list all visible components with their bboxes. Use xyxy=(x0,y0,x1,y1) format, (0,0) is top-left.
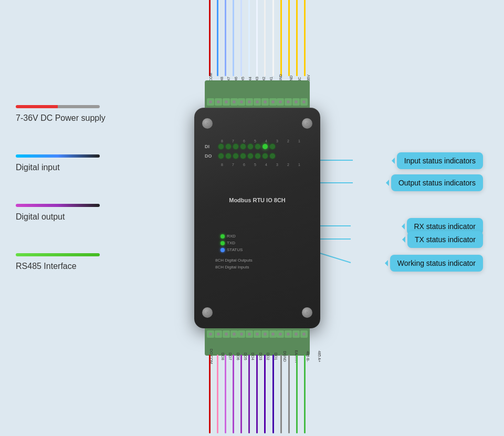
pin-2 xyxy=(215,98,222,106)
di-led-4 xyxy=(248,144,253,149)
wire-bot-6 xyxy=(248,355,250,433)
pin-3 xyxy=(223,98,230,106)
bot-pin-8 xyxy=(261,330,269,338)
wire-bot-2 xyxy=(217,355,218,433)
device-title-area: Modbus RTU IO 8CH xyxy=(205,197,310,211)
rxd-row: RXD xyxy=(205,234,310,238)
do-led-3 xyxy=(255,153,260,159)
bot-pin-6 xyxy=(246,330,253,338)
di-led-2 xyxy=(262,144,268,149)
wire-bot-3 xyxy=(225,355,226,433)
bot-pin-1 xyxy=(207,330,214,338)
di-led-6 xyxy=(233,144,238,149)
bot-pin-9 xyxy=(269,330,277,338)
legend-item-power: 7-36V DC Power supply xyxy=(16,105,106,123)
pin-13 xyxy=(300,98,308,106)
pin-10 xyxy=(277,98,284,106)
device-descriptions: 8CH Digital Outputs 8CH Digital Inputs xyxy=(205,257,310,271)
status-led xyxy=(220,248,225,252)
bot-label-485a: 485 A+ xyxy=(317,351,321,362)
pin-7 xyxy=(254,98,261,106)
wire-bot-10 xyxy=(280,355,282,433)
do-led-4 xyxy=(248,153,253,159)
txd-led xyxy=(220,241,225,245)
di-led-5 xyxy=(240,144,246,149)
di-num-6: 6 xyxy=(240,139,248,143)
bot-pin-10 xyxy=(277,330,284,338)
di-num-7: 7 xyxy=(229,139,237,143)
device-wrapper: DI COM DI8 DI7 DI6 DI5 DI4 DI3 DI2 DI1 D… xyxy=(194,108,320,328)
legend-bar-power xyxy=(16,105,100,108)
do-led-6 xyxy=(233,153,238,159)
di-num-4: 4 xyxy=(262,139,270,143)
do-num-1: 1 xyxy=(296,163,303,167)
status-row: STATUS xyxy=(205,247,310,252)
do-led-1 xyxy=(270,153,275,159)
do-num-5: 5 xyxy=(251,163,259,167)
bot-pin-5 xyxy=(238,330,245,338)
do-label: DO xyxy=(205,153,216,159)
callout-input-status: Input status indicators xyxy=(397,152,483,169)
pin-11 xyxy=(285,98,292,106)
txd-row: TXD xyxy=(205,241,310,245)
do-num-2: 2 xyxy=(285,163,292,167)
screw-bottom-left xyxy=(202,307,213,318)
bottom-wires xyxy=(206,355,309,436)
bot-pin-4 xyxy=(230,330,238,338)
legend-item-digital-output: Digital output xyxy=(16,204,106,222)
wire-bot-1 xyxy=(209,355,211,433)
pin-9 xyxy=(269,98,277,106)
legend-bar-digital-output xyxy=(16,204,100,207)
led-section: 8 7 6 5 4 3 2 1 DI xyxy=(205,139,310,167)
txd-text: TXD xyxy=(227,241,235,245)
wire-bot-11 xyxy=(288,355,290,433)
di-led-8 xyxy=(218,144,224,149)
wire-bot-7 xyxy=(256,355,258,433)
di-num-2: 2 xyxy=(285,139,292,143)
wire-bot-9 xyxy=(272,355,274,433)
do-num-4: 4 xyxy=(262,163,270,167)
callout-working-status: Working status indicator xyxy=(390,255,483,272)
legend-bar-rs485 xyxy=(16,253,100,256)
status-indicators-section: RXD TXD STATUS xyxy=(205,234,310,254)
screw-top-left xyxy=(202,118,213,129)
pin-1 xyxy=(207,98,214,106)
rxd-led xyxy=(220,234,225,238)
do-num-3: 3 xyxy=(274,163,281,167)
status-text: STATUS xyxy=(227,247,243,252)
do-led-2 xyxy=(262,153,268,159)
do-led-8 xyxy=(218,153,224,159)
terminal-bottom xyxy=(205,328,310,356)
legend: 7-36V DC Power supply Digital input Digi… xyxy=(16,105,106,271)
di-num-5: 5 xyxy=(251,139,259,143)
device-model-title: Modbus RTU IO 8CH xyxy=(205,197,310,203)
pin-6 xyxy=(246,98,253,106)
bot-pin-11 xyxy=(285,330,292,338)
terminal-top xyxy=(205,80,310,108)
bot-pin-2 xyxy=(215,330,222,338)
bot-pin-3 xyxy=(223,330,230,338)
di-num-3: 3 xyxy=(274,139,281,143)
wire-bot-13 xyxy=(304,355,306,433)
wire-bot-5 xyxy=(240,355,242,433)
do-led-row: DO xyxy=(205,153,310,159)
di-led-row: DI xyxy=(205,144,310,149)
di-num-1: 1 xyxy=(296,139,303,143)
wire-bot-4 xyxy=(233,355,234,433)
pin-5 xyxy=(238,98,245,106)
legend-label-digital-output: Digital output xyxy=(16,212,106,222)
pin-12 xyxy=(292,98,300,106)
bot-pin-7 xyxy=(254,330,261,338)
do-num-6: 6 xyxy=(240,163,248,167)
legend-bar-digital-input xyxy=(16,154,100,158)
di-label: DI xyxy=(205,144,216,149)
do-num-7: 7 xyxy=(229,163,237,167)
pin-8 xyxy=(261,98,269,106)
wire-bot-8 xyxy=(264,355,266,433)
di-led-7 xyxy=(226,144,231,149)
bot-pin-12 xyxy=(292,330,300,338)
di-led-1 xyxy=(270,144,275,149)
screw-bottom-right xyxy=(302,307,312,318)
desc-line-1: 8CH Digital Outputs xyxy=(215,257,310,264)
di-led-3 xyxy=(255,144,260,149)
